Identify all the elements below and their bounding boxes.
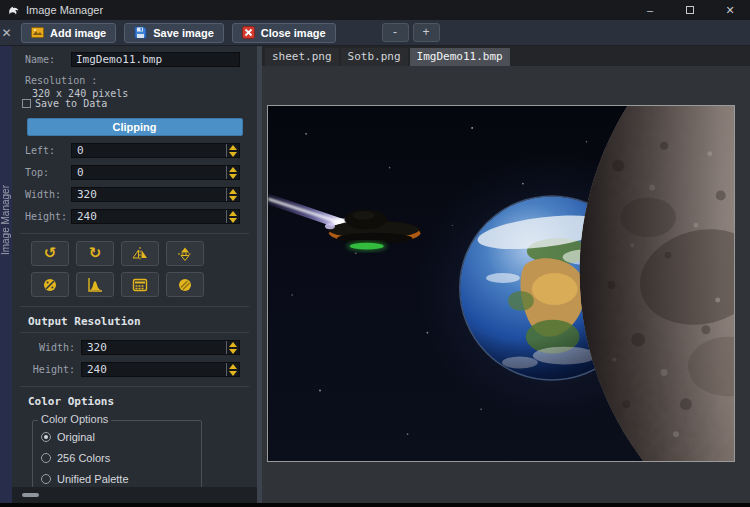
rotate-right-icon: ↻ <box>89 246 102 261</box>
app-window: Image Manager – ✕ ✕ Add image Save image <box>0 0 750 507</box>
name-label: Name: <box>25 54 71 65</box>
resolution-label: Resolution : <box>25 75 257 86</box>
name-input[interactable] <box>71 52 240 67</box>
height-input[interactable] <box>72 210 225 223</box>
spin-down-icon[interactable] <box>229 371 237 376</box>
toolbar: ✕ Add image Save image Close image <box>0 20 750 46</box>
output-width-spinner <box>81 340 240 355</box>
output-height-spin-buttons[interactable] <box>226 363 239 376</box>
output-width-spin-buttons[interactable] <box>226 341 239 354</box>
canvas-area <box>262 66 750 503</box>
output-resolution-heading: Output Resolution <box>28 315 257 328</box>
color-options-heading: Color Options <box>28 395 257 408</box>
save-image-label: Save image <box>153 27 214 39</box>
spin-up-icon[interactable] <box>229 145 237 150</box>
minimize-button[interactable]: – <box>630 4 670 16</box>
radio-unified-palette-label: Unified Palette <box>57 473 129 485</box>
spin-up-icon[interactable] <box>229 167 237 172</box>
dock-vertical-label: Image Manager <box>0 185 12 255</box>
color-options-group: Color Options Original 256 Colors Unifie… <box>32 420 202 492</box>
left-label: Left: <box>25 145 71 156</box>
save-image-button[interactable]: Save image <box>124 23 224 43</box>
spin-down-icon[interactable] <box>229 152 237 157</box>
top-input[interactable] <box>72 166 225 179</box>
histogram-icon <box>87 277 103 293</box>
width-input[interactable] <box>72 188 225 201</box>
height-spinner <box>71 209 240 224</box>
rotate-right-button[interactable]: ↻ <box>76 241 114 266</box>
close-window-button[interactable]: ✕ <box>710 4 750 17</box>
color-options-group-label: Color Options <box>38 413 111 425</box>
height-spin-buttons[interactable] <box>226 210 239 223</box>
top-label: Top: <box>25 167 71 178</box>
spin-down-icon[interactable] <box>229 196 237 201</box>
left-input[interactable] <box>72 144 225 157</box>
rotate-left-icon: ↺ <box>44 246 57 261</box>
scrollbar-thumb[interactable] <box>22 493 39 497</box>
zoom-out-button[interactable]: - <box>382 23 409 42</box>
left-spin-buttons[interactable] <box>226 144 239 157</box>
save-to-data-checkbox[interactable] <box>22 99 31 108</box>
flip-vertical-icon <box>177 246 193 262</box>
fill-color-icon <box>177 277 193 293</box>
save-image-icon <box>134 26 147 39</box>
clipping-button[interactable]: Clipping <box>27 118 243 136</box>
output-height-input[interactable] <box>82 363 225 376</box>
output-height-label: Height: <box>25 364 81 375</box>
width-spinner <box>71 187 240 202</box>
width-label: Width: <box>25 189 71 200</box>
horizontal-scrollbar[interactable] <box>12 487 257 503</box>
window-bottom-edge <box>0 503 750 507</box>
close-image-label: Close image <box>261 27 326 39</box>
invert-colors-icon <box>42 277 58 293</box>
invert-colors-button[interactable] <box>31 272 69 297</box>
palette-grid-button[interactable] <box>121 272 159 297</box>
height-label: Height: <box>25 211 71 222</box>
image-canvas[interactable] <box>267 105 735 462</box>
spin-up-icon[interactable] <box>229 189 237 194</box>
dock-strip: Image Manager <box>0 46 12 503</box>
spin-up-icon[interactable] <box>229 342 237 347</box>
spin-down-icon[interactable] <box>229 349 237 354</box>
spin-down-icon[interactable] <box>229 174 237 179</box>
maximize-icon <box>686 6 694 14</box>
output-height-spinner <box>81 362 240 377</box>
spin-down-icon[interactable] <box>229 218 237 223</box>
window-title: Image Manager <box>26 4 103 16</box>
add-image-label: Add image <box>50 27 106 39</box>
spin-up-icon[interactable] <box>229 364 237 369</box>
zoom-in-button[interactable]: + <box>413 23 440 42</box>
top-spinner <box>71 165 240 180</box>
maximize-button[interactable] <box>670 4 710 16</box>
separator <box>20 306 249 307</box>
tab-sheet-png[interactable]: sheet.png <box>265 48 339 66</box>
close-image-button[interactable]: Close image <box>232 23 336 43</box>
output-width-input[interactable] <box>82 341 225 354</box>
tab-imgdemo11-bmp[interactable]: ImgDemo11.bmp <box>410 48 510 66</box>
add-image-button[interactable]: Add image <box>21 23 116 43</box>
width-spin-buttons[interactable] <box>226 188 239 201</box>
histogram-button[interactable] <box>76 272 114 297</box>
spin-up-icon[interactable] <box>229 211 237 216</box>
rotate-left-button[interactable]: ↺ <box>31 241 69 266</box>
radio-original-label: Original <box>57 431 95 443</box>
radio-unified-palette[interactable] <box>41 474 51 484</box>
radio-256-colors[interactable] <box>41 453 51 463</box>
radio-256-colors-label: 256 Colors <box>57 452 110 464</box>
flip-horizontal-button[interactable] <box>121 241 159 266</box>
radio-original[interactable] <box>41 432 51 442</box>
palette-grid-icon <box>132 277 148 293</box>
separator <box>20 332 249 333</box>
space-image <box>268 106 734 461</box>
flip-vertical-button[interactable] <box>166 241 204 266</box>
fill-color-button[interactable] <box>166 272 204 297</box>
title-bar: Image Manager – ✕ <box>0 0 750 20</box>
app-icon <box>7 4 20 17</box>
top-spin-buttons[interactable] <box>226 166 239 179</box>
separator <box>20 233 249 234</box>
panel-close-icon[interactable]: ✕ <box>0 27 13 39</box>
flip-horizontal-icon <box>132 246 148 262</box>
save-to-data-label: Save to Data <box>35 98 107 109</box>
tab-sotb-png[interactable]: Sotb.png <box>341 48 408 66</box>
left-spinner <box>71 143 240 158</box>
